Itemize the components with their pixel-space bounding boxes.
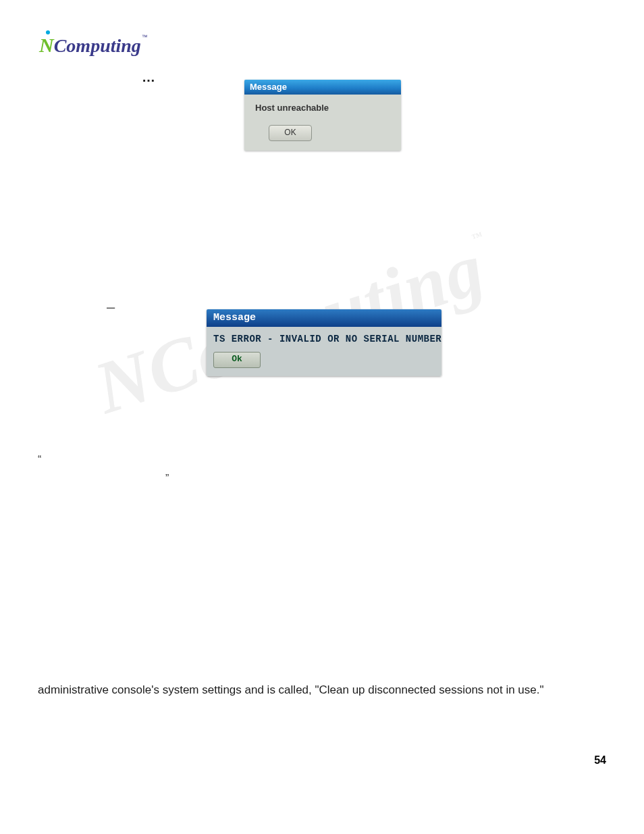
dialog-titlebar: Message [207,309,441,327]
logo-letter: N [39,34,54,56]
dialog-message: TS ERROR - INVALID OR NO SERIAL NUMBER ! [213,334,435,344]
dialog-body: Host unreachable OK [244,95,401,151]
right-quote-artifact: ” [165,473,169,485]
dialog-frame: Message Host unreachable OK [244,80,401,151]
dash-artifact: – [107,298,115,316]
ok-button[interactable]: Ok [213,352,261,368]
document-page: NComputing™ NComputing™ … Message Host u… [0,0,644,834]
screenshot-host-unreachable: Message Host unreachable OK [244,80,401,151]
page-number: 54 [594,754,606,766]
logo-word: Computing [54,35,141,56]
ellipsis-artifact: … [142,70,155,85]
dialog-titlebar: Message [244,80,401,95]
dialog-body: TS ERROR - INVALID OR NO SERIAL NUMBER !… [207,327,441,376]
dialog-message: Host unreachable [255,103,390,113]
left-quote-artifact: “ [38,454,41,466]
logo-trademark: ™ [142,34,148,41]
dialog-frame: Message TS ERROR - INVALID OR NO SERIAL … [207,309,441,376]
screenshot-ts-error: Message TS ERROR - INVALID OR NO SERIAL … [207,309,441,376]
body-paragraph: administrative console's system settings… [38,682,606,698]
watermark-tm: ™ [471,230,485,244]
brand-logo: NComputing™ [39,34,148,57]
ok-button[interactable]: OK [269,125,312,141]
